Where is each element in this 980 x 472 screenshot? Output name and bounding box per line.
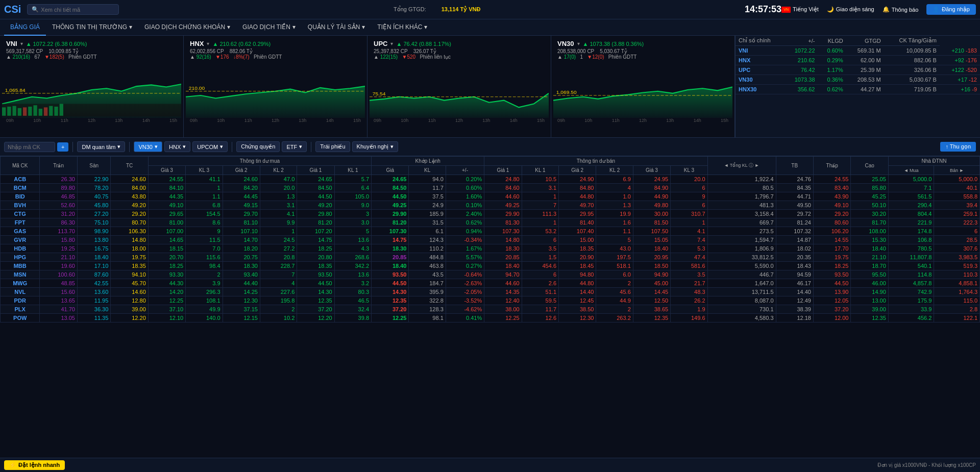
table-row[interactable]: MBB 19.60 17.10 18.35 18.25 98.4 18.30 2… [1, 262, 980, 270]
index-table-panel: Chỉ số chính +/- KLGD GTGD CK Tăng/Giảm … [735, 36, 980, 137]
stock-tb: 38.39 [776, 305, 813, 314]
theme-button[interactable]: 🌙 Giao diện sáng [827, 6, 874, 13]
notification-button[interactable]: 🔔 Thông báo [883, 6, 919, 13]
dat-lenh-button[interactable]: ⚡ Đặt lệnh nhanh [4, 460, 65, 470]
stock-g3b: 107.50 [633, 227, 670, 236]
stock-ban: 259.1 [934, 210, 980, 218]
stock-code[interactable]: PLX [1, 305, 40, 314]
stock-code[interactable]: BID [1, 192, 40, 201]
stock-code[interactable]: MBB [1, 262, 40, 270]
stock-tong-kl: 33,812.5 [707, 253, 776, 262]
table-row[interactable]: PDR 13.65 11.95 12.80 12.25 108.1 12.30 … [1, 296, 980, 305]
main-table-container[interactable]: Mã CK Trần Sàn TC Thông tin dư mua Khớp … [0, 156, 980, 458]
nav-tien-ich-khac[interactable]: TIỆN ÍCH KHÁC▾ [371, 19, 433, 36]
svg-rect-13 [49, 106, 53, 116]
stock-cao: 14.90 [851, 288, 888, 296]
index-table-row: VNI 1072.22 0.60% 569.31 M 10,009.85 B +… [736, 46, 980, 56]
table-row[interactable]: POW 13.05 11.35 12.20 12.10 140.0 12.15 … [1, 314, 980, 322]
stock-tc: 29.20 [111, 210, 148, 218]
nav-bang-gia[interactable]: BẢNG GIÁ [4, 19, 46, 36]
nav-giao-dich-tien[interactable]: GIAO DỊCH TIỀN▾ [236, 19, 302, 36]
stock-kl2b: 19.9 [596, 210, 633, 218]
table-row[interactable]: FPT 86.30 75.10 80.70 81.00 8.6 81.10 9.… [1, 218, 980, 227]
stock-ban: 4,858.1 [934, 279, 980, 288]
table-row[interactable]: MWG 48.85 42.55 45.70 44.30 3.9 44.40 4 … [1, 279, 980, 288]
idx-gtgd: 5,030.67 B [884, 75, 940, 85]
table-row[interactable]: GAS 113.70 98.90 106.30 107.00 9 107.10 … [1, 227, 980, 236]
stock-g3m: 18.25 [148, 262, 185, 270]
stock-tong-kl: 273.5 [707, 227, 776, 236]
table-row[interactable]: NVL 15.60 13.60 14.60 14.20 296.3 14.25 … [1, 288, 980, 296]
stock-tong-kl: 80.5 [707, 184, 776, 192]
add-watchlist-button[interactable]: + [57, 142, 68, 152]
stock-kl1b: 1 [522, 218, 558, 227]
stock-kl3b: 26.2 [671, 296, 707, 305]
svg-text:75.54: 75.54 [373, 91, 386, 96]
stock-code[interactable]: POW [1, 314, 40, 322]
stock-code[interactable]: GVR [1, 236, 40, 244]
stock-code[interactable]: CTG [1, 210, 40, 218]
stock-kl3b: 310.7 [671, 210, 707, 218]
stock-kl1m: 342.2 [334, 262, 371, 270]
nav-quan-ly-tai-san[interactable]: QUẢN LÝ TÀI SẢN▾ [302, 19, 371, 36]
th-g3m: Giá 3 [148, 166, 185, 175]
search-bar[interactable]: 🔍 [27, 4, 119, 15]
table-row[interactable]: BVH 52.60 45.80 49.20 49.10 6.8 49.15 3.… [1, 201, 980, 210]
stock-kl2m: 228.7 [260, 262, 297, 270]
stock-tran: 13.65 [40, 296, 77, 305]
stock-mua: 174.8 [888, 227, 934, 236]
stock-g2b: 84.80 [559, 184, 596, 192]
table-row[interactable]: ACB 26.30 22.90 24.60 24.55 41.1 24.60 4… [1, 175, 980, 184]
thu-gon-button[interactable]: ↑ Thu gọn [940, 142, 976, 152]
chung-quyen-tab[interactable]: Chứng quyền [236, 141, 280, 152]
stock-cao: 18.40 [851, 244, 888, 253]
watchlist-dropdown[interactable]: DM quan tâm▾ [77, 141, 125, 152]
hnx-tab[interactable]: HNX▾ [164, 141, 190, 152]
stock-pm: -4.62% [446, 305, 484, 314]
stock-code[interactable]: BVH [1, 201, 40, 210]
nav-thong-tin-thi-truong[interactable]: THÔNG TIN THỊ TRƯỜNG▾ [46, 19, 138, 36]
stock-tc: 80.70 [111, 218, 148, 227]
stock-pm: 1.60% [446, 192, 484, 201]
khuyen-nghi-tab[interactable]: Khuyến nghị▾ [352, 141, 399, 152]
index-table-row: HNX 210.62 0.29% 62.00 M 882.06 B +92 -1… [736, 56, 980, 65]
th-ma-ck: Mã CK [1, 157, 40, 175]
table-row[interactable]: BCM 89.80 78.20 84.00 84.10 1 84.20 20.0… [1, 184, 980, 192]
table-row[interactable]: MSN 100.60 87.60 94.10 93.30 2 93.40 7 9… [1, 270, 980, 279]
trai-phieu-tab[interactable]: Trái phiếu [315, 141, 350, 152]
language-button[interactable]: VN Tiếng Việt [781, 6, 819, 13]
etf-tab[interactable]: ETF▾ [282, 141, 307, 152]
login-button[interactable]: 👤 Đăng nhập [926, 4, 976, 15]
idx-name: HNX [736, 56, 784, 65]
stock-kl2b: 45.6 [596, 288, 633, 296]
idx-klgd: 25.39 M [846, 65, 884, 75]
search-input[interactable] [41, 7, 112, 13]
table-row[interactable]: GVR 15.80 13.80 14.80 14.65 11.5 14.70 2… [1, 236, 980, 244]
stock-search-input[interactable] [4, 142, 55, 152]
stock-code[interactable]: MWG [1, 279, 40, 288]
stock-code[interactable]: PDR [1, 296, 40, 305]
nav-giao-dich-ck[interactable]: GIAO DỊCH CHỨNG KHOÁN▾ [138, 19, 236, 36]
stock-san: 40.75 [77, 192, 110, 201]
table-row[interactable]: BID 46.85 40.75 43.80 44.35 1.1 44.45 1.… [1, 192, 980, 201]
upcom-tab[interactable]: UPCOM▾ [192, 141, 228, 152]
vn30-tab[interactable]: VN30▾ [134, 141, 162, 152]
stock-gia: 49.25 [372, 201, 409, 210]
stock-code[interactable]: FPT [1, 218, 40, 227]
hnx-volume: 62,002,856 CP 882.06 Tỷ [190, 48, 361, 54]
stock-code[interactable]: MSN [1, 270, 40, 279]
table-row[interactable]: HDB 19.25 16.75 18.00 18.15 7.0 18.20 27… [1, 244, 980, 253]
stock-code[interactable]: NVL [1, 288, 40, 296]
stock-kl3m: 108.1 [186, 296, 223, 305]
table-row[interactable]: HPG 21.10 18.40 19.75 20.70 115.6 20.75 … [1, 253, 980, 262]
stock-code[interactable]: BCM [1, 184, 40, 192]
table-row[interactable]: PLX 41.70 36.30 39.00 37.10 49.9 37.15 2… [1, 305, 980, 314]
stock-code[interactable]: HDB [1, 244, 40, 253]
table-row[interactable]: CTG 31.20 27.20 29.20 29.65 154.5 29.70 … [1, 210, 980, 218]
stock-mua: 221.9 [888, 218, 934, 227]
stock-thap: 12.00 [813, 314, 850, 322]
stock-code[interactable]: HPG [1, 253, 40, 262]
stock-code[interactable]: GAS [1, 227, 40, 236]
stock-g3b: 81.50 [633, 218, 670, 227]
stock-code[interactable]: ACB [1, 175, 40, 184]
